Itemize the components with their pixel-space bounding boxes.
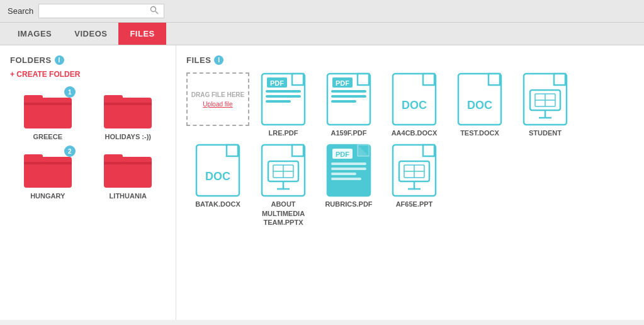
folder-icon-wrap (103, 148, 153, 189)
svg-rect-3 (24, 103, 72, 105)
files-title: FILES i (186, 55, 634, 65)
file-name: AF65E.PPT (396, 200, 433, 208)
ppt-file-icon (523, 72, 568, 126)
pdf-file-icon: PDF (326, 72, 371, 126)
file-item[interactable]: DOC TEST.DOCX (448, 72, 511, 137)
svg-rect-62 (358, 145, 369, 156)
files-grid: DRAG FILE HERE Upload file PDF LRE.PDF (186, 72, 634, 227)
svg-rect-10 (24, 154, 43, 162)
svg-text:DOC: DOC (205, 170, 230, 183)
svg-rect-25 (331, 90, 366, 93)
svg-rect-17 (266, 90, 301, 93)
file-name: A159F.PDF (331, 128, 367, 137)
svg-rect-26 (331, 95, 366, 98)
tab-files[interactable]: FILES (118, 23, 166, 45)
file-item[interactable]: PDF RUBRICS.PDF (317, 144, 380, 227)
tab-videos[interactable]: VIDEOS (63, 23, 118, 45)
file-name: LRE.PDF (268, 128, 298, 137)
svg-rect-12 (104, 162, 152, 164)
svg-rect-66 (331, 178, 361, 180)
file-item[interactable]: AF65E.PPT (383, 144, 446, 227)
search-label: Search (8, 6, 33, 16)
file-name: STUDENT (529, 128, 562, 137)
doc-file-icon: DOC (457, 72, 502, 126)
svg-rect-49 (227, 145, 238, 156)
folder-icon-wrap: 1 (23, 89, 73, 130)
file-name: AA4CB.DOCX (392, 128, 438, 137)
svg-point-0 (151, 7, 156, 12)
folder-name: LITHUANIA (110, 192, 147, 200)
svg-rect-7 (104, 95, 123, 103)
file-name: TEST.DOCX (460, 128, 499, 137)
file-item[interactable]: PDF A159F.PDF (317, 72, 380, 137)
svg-rect-27 (331, 100, 356, 103)
svg-rect-6 (104, 103, 152, 105)
folder-name: HOLIDAYS :-)) (105, 133, 151, 140)
upload-file-link[interactable]: Upload file (203, 101, 232, 108)
svg-rect-63 (331, 162, 366, 165)
ppt-file-icon (392, 144, 437, 197)
folder-item[interactable]: LITHUANIA (91, 148, 166, 200)
svg-text:DOC: DOC (402, 99, 427, 111)
search-input[interactable] (43, 6, 150, 16)
svg-rect-64 (331, 168, 366, 170)
folder-name: GREECE (33, 133, 62, 140)
drop-zone[interactable]: DRAG FILE HERE Upload file (186, 72, 249, 126)
sidebar: FOLDERS i + CREATE FOLDER 1 GREECE (0, 45, 176, 320)
svg-rect-65 (331, 173, 356, 175)
svg-rect-40 (554, 74, 565, 85)
files-info-icon: i (214, 55, 223, 65)
folder-item[interactable]: 1 GREECE (10, 89, 86, 140)
file-name: ABOUT MULTIMEDIA TEAM.PPTX (252, 200, 315, 227)
doc-file-icon: DOC (195, 144, 240, 197)
create-folder-button[interactable]: + CREATE FOLDER (10, 70, 166, 79)
svg-rect-32 (423, 74, 434, 85)
file-item[interactable]: DOC BATAK.DOCX (186, 144, 249, 227)
svg-rect-36 (489, 74, 500, 85)
folder-icon-wrap (103, 89, 153, 130)
drag-text: DRAG FILE HERE (191, 91, 244, 99)
tab-images[interactable]: IMAGES (6, 23, 63, 45)
folder-badge: 1 (64, 86, 76, 98)
svg-line-1 (155, 11, 158, 14)
file-name: RUBRICS.PDF (325, 200, 372, 208)
tabs-bar: IMAGES VIDEOS FILES (0, 23, 644, 45)
folder-icon-wrap: 2 (23, 148, 73, 189)
svg-text:DOC: DOC (467, 99, 492, 111)
svg-rect-24 (358, 74, 369, 85)
file-item[interactable]: ABOUT MULTIMEDIA TEAM.PPTX (252, 144, 315, 227)
files-area: FILES i DRAG FILE HERE Upload file (176, 45, 644, 320)
doc-file-icon: DOC (392, 72, 437, 126)
search-icon (150, 6, 159, 16)
svg-rect-13 (104, 154, 123, 162)
svg-rect-19 (266, 100, 291, 103)
svg-rect-53 (292, 145, 303, 156)
folder-item[interactable]: 2 HUNGARY (10, 148, 86, 200)
folder-icon (103, 89, 153, 130)
main-content: FOLDERS i + CREATE FOLDER 1 GREECE (0, 45, 644, 320)
folder-icon (103, 148, 153, 189)
svg-rect-16 (292, 74, 303, 85)
svg-rect-4 (24, 95, 43, 103)
search-bar: Search (0, 0, 644, 23)
svg-rect-9 (24, 162, 72, 164)
pdf-file-icon: PDF (261, 72, 306, 126)
svg-rect-71 (423, 145, 434, 156)
file-item[interactable]: PDF LRE.PDF (252, 72, 315, 137)
folder-name: HUNGARY (30, 192, 65, 200)
folder-item[interactable]: HOLIDAYS :-)) (91, 89, 166, 140)
file-name: BATAK.DOCX (195, 200, 240, 208)
folders-title: FOLDERS i (10, 55, 166, 65)
search-input-wrap (38, 4, 164, 18)
folder-badge: 2 (64, 145, 76, 157)
svg-rect-18 (266, 95, 301, 98)
folders-grid: 1 GREECE HOLIDAYS :-)) (10, 89, 166, 200)
pdf-file-icon: PDF (326, 144, 371, 197)
ppt-file-icon (261, 144, 306, 197)
svg-text:PDF: PDF (270, 79, 284, 87)
file-item[interactable]: DOC AA4CB.DOCX (383, 72, 446, 137)
file-item[interactable]: STUDENT (514, 72, 577, 137)
folders-info-icon: i (55, 55, 64, 65)
svg-text:PDF: PDF (336, 151, 349, 158)
drop-zone-item: DRAG FILE HERE Upload file (186, 72, 249, 137)
